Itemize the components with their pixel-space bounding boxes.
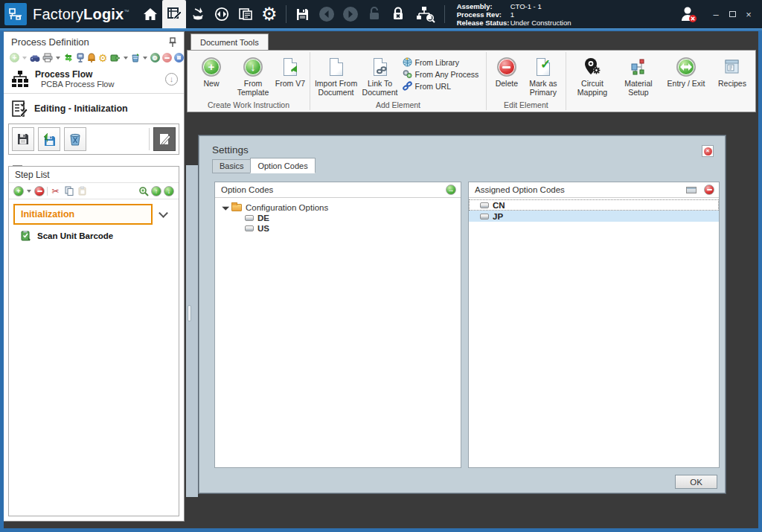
unlock-icon[interactable]	[362, 0, 386, 28]
ribbon: + New ↓ From Template From V7 Create Wor…	[187, 50, 756, 112]
option-codes-tree: Configuration Options DE US	[215, 198, 461, 234]
trash-icon	[69, 132, 81, 146]
tab-option-codes[interactable]: Option Codes	[250, 158, 315, 173]
app-logo-icon[interactable]	[4, 3, 27, 25]
delete-instruction-button[interactable]	[64, 127, 86, 151]
from-template-button[interactable]: ↓ From Template	[232, 54, 274, 97]
remove-icon[interactable]	[162, 52, 172, 63]
archive-icon[interactable]	[131, 52, 140, 63]
print-icon[interactable]	[42, 52, 53, 63]
test-station-icon[interactable]	[76, 52, 85, 63]
production-icon[interactable]	[186, 0, 210, 28]
material-setup-button[interactable]: Material Setup	[620, 54, 657, 112]
url-chain-icon	[403, 81, 412, 91]
maximize-button[interactable]	[726, 8, 738, 20]
entry-exit-button[interactable]: Entry / Exit	[665, 54, 708, 112]
mark-as-primary-button[interactable]: ✓ Mark as Primary	[524, 54, 563, 97]
from-v7-button[interactable]: From V7	[274, 54, 307, 89]
from-any-process-button[interactable]: From Any Process	[403, 69, 479, 79]
expander-icon[interactable]	[222, 203, 229, 211]
move-down-icon[interactable]: ↓	[164, 186, 174, 196]
lock-close-icon[interactable]	[386, 0, 410, 28]
ok-button[interactable]: OK	[675, 475, 717, 489]
close-icon: ×	[704, 147, 712, 156]
close-button[interactable]: ×	[743, 8, 755, 20]
back-icon[interactable]	[315, 0, 339, 28]
from-url-button[interactable]: From URL	[403, 81, 479, 91]
dropdown-caret-icon[interactable]	[143, 57, 147, 60]
circuit-mapping-icon	[583, 57, 601, 77]
process-search-icon[interactable]	[410, 0, 440, 28]
move-up-icon[interactable]: ↑	[151, 186, 161, 196]
recipes-button[interactable]: Recipes	[715, 54, 749, 112]
option-code-icon	[480, 214, 489, 219]
bell-icon[interactable]	[87, 52, 96, 63]
dropdown-caret-icon[interactable]	[124, 57, 128, 60]
splitter-grip[interactable]	[188, 305, 191, 321]
expand-down-icon[interactable]: ↓	[165, 73, 178, 86]
chevron-down-icon[interactable]	[159, 208, 168, 218]
panel-splitter[interactable]	[186, 165, 198, 497]
assembly-info: Assembly:CTO-1 - 1 Process Rev:1 Release…	[457, 2, 572, 27]
save-icon[interactable]	[291, 0, 315, 28]
copy-icon[interactable]	[63, 185, 74, 196]
forward-icon[interactable]	[339, 0, 362, 28]
step-row-scan-unit-barcode[interactable]: Scan Unit Barcode	[9, 225, 179, 241]
export-flag-icon[interactable]	[110, 52, 121, 63]
tree-node-us[interactable]: US	[222, 223, 458, 234]
minimize-button[interactable]: –	[710, 8, 722, 20]
find-binoculars-icon[interactable]	[30, 52, 40, 63]
option-code-icon	[245, 225, 254, 231]
tree-node-configuration-options[interactable]: Configuration Options	[222, 202, 458, 213]
assign-option-icon[interactable]: →	[446, 185, 456, 195]
recipes-icon	[723, 58, 741, 76]
dropdown-caret-icon[interactable]	[56, 57, 60, 60]
assembly-value: CTO-1 - 1	[510, 2, 542, 10]
dialog-close-button[interactable]: ×	[702, 145, 714, 157]
add-step-icon[interactable]: +	[13, 186, 24, 196]
dispatch-icon[interactable]	[210, 0, 234, 28]
step-row-initialization[interactable]: Initialization	[13, 204, 174, 225]
edit-document-icon	[158, 132, 171, 146]
from-library-button[interactable]: From Library	[403, 57, 479, 67]
assigned-item-jp[interactable]: JP	[469, 211, 719, 222]
rename-icon[interactable]	[686, 187, 697, 193]
save-instruction-button[interactable]	[12, 127, 34, 151]
reports-icon[interactable]	[234, 0, 257, 28]
tree-node-de[interactable]: DE	[222, 213, 458, 223]
zoom-step-icon[interactable]	[138, 185, 149, 196]
process-definition-icon[interactable]	[162, 0, 186, 28]
pin-icon[interactable]	[169, 37, 176, 48]
cut-icon[interactable]: ✂	[50, 185, 61, 196]
app-content: Document Tools + New ↓ From Template Fro…	[4, 31, 758, 528]
sync-icon[interactable]	[63, 52, 74, 63]
gear-yellow-icon[interactable]: ⚙	[98, 52, 108, 63]
paste-icon[interactable]	[77, 185, 88, 196]
process-flow-row[interactable]: Process Flow PCBA Process Flow ↓	[4, 65, 184, 92]
edit-instruction-toggle[interactable]	[153, 127, 176, 151]
tab-basics[interactable]: Basics	[212, 159, 251, 173]
ribbon-group-edit-element: Delete ✓ Mark as Primary Edit Element	[487, 51, 566, 112]
unassign-option-icon[interactable]	[704, 185, 714, 195]
remove-step-icon[interactable]	[34, 186, 45, 196]
user-icon[interactable]	[677, 3, 699, 25]
add-step-caret-icon[interactable]	[27, 190, 31, 193]
stop-icon[interactable]	[174, 52, 184, 63]
material-setup-icon	[630, 58, 647, 76]
globe-icon[interactable]: ◍	[150, 52, 160, 63]
link-to-document-button[interactable]: Link To Document	[359, 54, 401, 97]
import-instruction-button[interactable]	[38, 127, 60, 151]
delete-button[interactable]: Delete	[490, 54, 524, 89]
home-icon[interactable]	[138, 0, 162, 28]
tab-document-tools[interactable]: Document Tools	[190, 33, 269, 50]
settings-gear-icon[interactable]: ⚙	[257, 0, 281, 28]
process-gears-icon	[403, 69, 412, 79]
process-flow-subtitle: PCBA Process Flow	[41, 80, 165, 89]
add-icon[interactable]: +	[10, 52, 19, 63]
new-button[interactable]: + New	[190, 54, 232, 89]
circuit-mapping-button[interactable]: Circuit Mapping	[572, 54, 612, 112]
dropdown-caret-icon[interactable]	[22, 57, 27, 60]
import-from-document-button[interactable]: Import From Document	[313, 54, 359, 97]
process-flow-title: Process Flow	[35, 69, 165, 80]
assigned-item-cn[interactable]: CN	[469, 199, 719, 211]
